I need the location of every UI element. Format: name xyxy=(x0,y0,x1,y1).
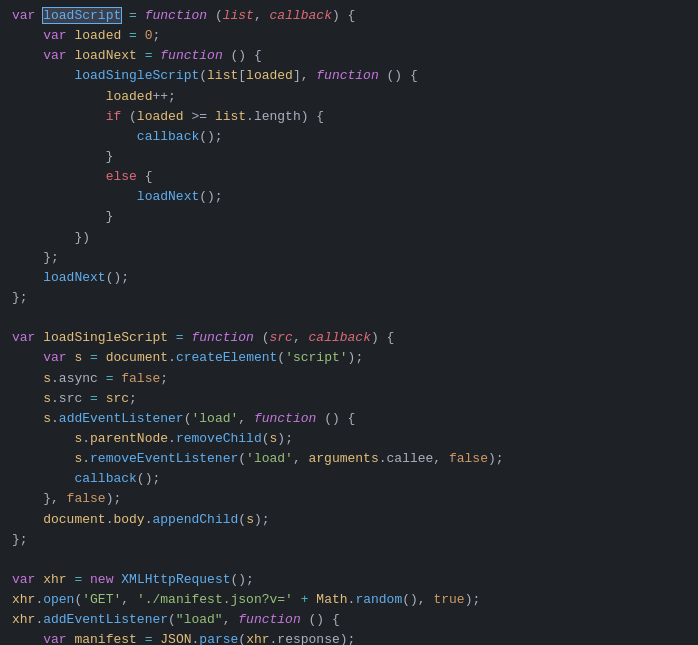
code-line: var loadSingleScript = function (src, ca… xyxy=(0,328,698,348)
code-line: loaded++; xyxy=(0,87,698,107)
code-line: loadNext(); xyxy=(0,268,698,288)
code-line: var manifest = JSON.parse(xhr.response); xyxy=(0,630,698,645)
code-line: callback(); xyxy=(0,127,698,147)
code-editor: var loadScript = function (list, callbac… xyxy=(0,0,698,645)
code-line: callback(); xyxy=(0,469,698,489)
code-line: }) xyxy=(0,228,698,248)
code-line xyxy=(0,550,698,570)
code-line: s.parentNode.removeChild(s); xyxy=(0,429,698,449)
code-line: var xhr = new XMLHttpRequest(); xyxy=(0,570,698,590)
code-line: }, false); xyxy=(0,489,698,509)
code-line: loadNext(); xyxy=(0,187,698,207)
code-line: var loadScript = function (list, callbac… xyxy=(0,6,698,26)
code-line: xhr.addEventListener("load", function ()… xyxy=(0,610,698,630)
code-line: s.async = false; xyxy=(0,369,698,389)
code-line: }; xyxy=(0,248,698,268)
code-line: s.removeEventListener('load', arguments.… xyxy=(0,449,698,469)
code-line: }; xyxy=(0,288,698,308)
code-line: var loaded = 0; xyxy=(0,26,698,46)
code-line: loadSingleScript(list[loaded], function … xyxy=(0,66,698,86)
code-line: }; xyxy=(0,530,698,550)
code-line: var loadNext = function () { xyxy=(0,46,698,66)
code-line: s.src = src; xyxy=(0,389,698,409)
code-line: xhr.open('GET', './manifest.json?v=' + M… xyxy=(0,590,698,610)
code-line xyxy=(0,308,698,328)
code-line: else { xyxy=(0,167,698,187)
code-line: } xyxy=(0,147,698,167)
code-line: s.addEventListener('load', function () { xyxy=(0,409,698,429)
code-line: } xyxy=(0,207,698,227)
code-line: var s = document.createElement('script')… xyxy=(0,348,698,368)
code-line: if (loaded >= list.length) { xyxy=(0,107,698,127)
code-line: document.body.appendChild(s); xyxy=(0,510,698,530)
